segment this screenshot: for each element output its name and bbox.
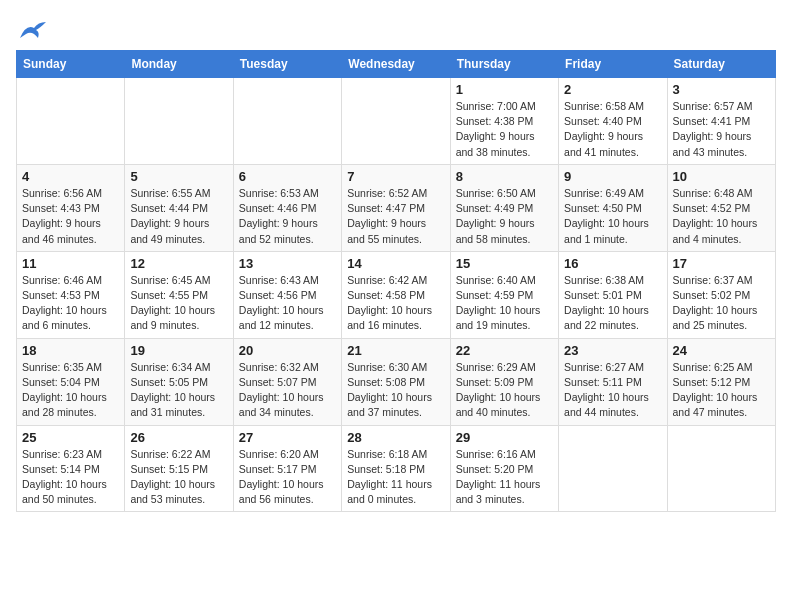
calendar-cell	[17, 78, 125, 165]
day-info: Sunrise: 6:29 AM Sunset: 5:09 PM Dayligh…	[456, 360, 553, 421]
calendar-cell: 2Sunrise: 6:58 AM Sunset: 4:40 PM Daylig…	[559, 78, 667, 165]
day-info: Sunrise: 6:53 AM Sunset: 4:46 PM Dayligh…	[239, 186, 336, 247]
calendar-cell	[125, 78, 233, 165]
calendar-cell	[233, 78, 341, 165]
day-number: 7	[347, 169, 444, 184]
calendar-cell: 24Sunrise: 6:25 AM Sunset: 5:12 PM Dayli…	[667, 338, 775, 425]
calendar-header-row: SundayMondayTuesdayWednesdayThursdayFrid…	[17, 51, 776, 78]
day-info: Sunrise: 6:48 AM Sunset: 4:52 PM Dayligh…	[673, 186, 770, 247]
calendar-header-sunday: Sunday	[17, 51, 125, 78]
calendar-cell: 20Sunrise: 6:32 AM Sunset: 5:07 PM Dayli…	[233, 338, 341, 425]
day-info: Sunrise: 7:00 AM Sunset: 4:38 PM Dayligh…	[456, 99, 553, 160]
day-number: 11	[22, 256, 119, 271]
day-number: 8	[456, 169, 553, 184]
day-number: 25	[22, 430, 119, 445]
calendar-cell: 6Sunrise: 6:53 AM Sunset: 4:46 PM Daylig…	[233, 164, 341, 251]
day-number: 4	[22, 169, 119, 184]
day-number: 27	[239, 430, 336, 445]
calendar-cell: 10Sunrise: 6:48 AM Sunset: 4:52 PM Dayli…	[667, 164, 775, 251]
calendar-cell: 22Sunrise: 6:29 AM Sunset: 5:09 PM Dayli…	[450, 338, 558, 425]
calendar-cell: 21Sunrise: 6:30 AM Sunset: 5:08 PM Dayli…	[342, 338, 450, 425]
header	[16, 16, 776, 42]
calendar-cell: 16Sunrise: 6:38 AM Sunset: 5:01 PM Dayli…	[559, 251, 667, 338]
day-number: 17	[673, 256, 770, 271]
day-number: 9	[564, 169, 661, 184]
calendar-week-row: 18Sunrise: 6:35 AM Sunset: 5:04 PM Dayli…	[17, 338, 776, 425]
day-info: Sunrise: 6:23 AM Sunset: 5:14 PM Dayligh…	[22, 447, 119, 508]
day-info: Sunrise: 6:18 AM Sunset: 5:18 PM Dayligh…	[347, 447, 444, 508]
day-info: Sunrise: 6:32 AM Sunset: 5:07 PM Dayligh…	[239, 360, 336, 421]
calendar-cell: 8Sunrise: 6:50 AM Sunset: 4:49 PM Daylig…	[450, 164, 558, 251]
day-number: 13	[239, 256, 336, 271]
day-info: Sunrise: 6:22 AM Sunset: 5:15 PM Dayligh…	[130, 447, 227, 508]
day-info: Sunrise: 6:50 AM Sunset: 4:49 PM Dayligh…	[456, 186, 553, 247]
day-info: Sunrise: 6:46 AM Sunset: 4:53 PM Dayligh…	[22, 273, 119, 334]
day-number: 3	[673, 82, 770, 97]
calendar-header-saturday: Saturday	[667, 51, 775, 78]
day-number: 12	[130, 256, 227, 271]
day-info: Sunrise: 6:30 AM Sunset: 5:08 PM Dayligh…	[347, 360, 444, 421]
day-info: Sunrise: 6:42 AM Sunset: 4:58 PM Dayligh…	[347, 273, 444, 334]
calendar-cell: 25Sunrise: 6:23 AM Sunset: 5:14 PM Dayli…	[17, 425, 125, 512]
calendar-cell	[342, 78, 450, 165]
day-info: Sunrise: 6:34 AM Sunset: 5:05 PM Dayligh…	[130, 360, 227, 421]
day-number: 24	[673, 343, 770, 358]
day-info: Sunrise: 6:45 AM Sunset: 4:55 PM Dayligh…	[130, 273, 227, 334]
logo	[16, 20, 46, 42]
day-info: Sunrise: 6:55 AM Sunset: 4:44 PM Dayligh…	[130, 186, 227, 247]
day-info: Sunrise: 6:25 AM Sunset: 5:12 PM Dayligh…	[673, 360, 770, 421]
calendar-cell: 9Sunrise: 6:49 AM Sunset: 4:50 PM Daylig…	[559, 164, 667, 251]
calendar-cell: 14Sunrise: 6:42 AM Sunset: 4:58 PM Dayli…	[342, 251, 450, 338]
calendar-cell	[559, 425, 667, 512]
calendar-header-monday: Monday	[125, 51, 233, 78]
day-number: 18	[22, 343, 119, 358]
day-number: 15	[456, 256, 553, 271]
calendar-cell: 15Sunrise: 6:40 AM Sunset: 4:59 PM Dayli…	[450, 251, 558, 338]
calendar-cell	[667, 425, 775, 512]
calendar-cell: 3Sunrise: 6:57 AM Sunset: 4:41 PM Daylig…	[667, 78, 775, 165]
day-info: Sunrise: 6:49 AM Sunset: 4:50 PM Dayligh…	[564, 186, 661, 247]
calendar-cell: 7Sunrise: 6:52 AM Sunset: 4:47 PM Daylig…	[342, 164, 450, 251]
day-info: Sunrise: 6:56 AM Sunset: 4:43 PM Dayligh…	[22, 186, 119, 247]
calendar-cell: 11Sunrise: 6:46 AM Sunset: 4:53 PM Dayli…	[17, 251, 125, 338]
day-info: Sunrise: 6:35 AM Sunset: 5:04 PM Dayligh…	[22, 360, 119, 421]
calendar-header-tuesday: Tuesday	[233, 51, 341, 78]
day-info: Sunrise: 6:52 AM Sunset: 4:47 PM Dayligh…	[347, 186, 444, 247]
day-number: 2	[564, 82, 661, 97]
day-number: 16	[564, 256, 661, 271]
day-number: 19	[130, 343, 227, 358]
calendar-week-row: 25Sunrise: 6:23 AM Sunset: 5:14 PM Dayli…	[17, 425, 776, 512]
calendar-header-friday: Friday	[559, 51, 667, 78]
day-info: Sunrise: 6:40 AM Sunset: 4:59 PM Dayligh…	[456, 273, 553, 334]
day-number: 5	[130, 169, 227, 184]
calendar-cell: 28Sunrise: 6:18 AM Sunset: 5:18 PM Dayli…	[342, 425, 450, 512]
day-info: Sunrise: 6:37 AM Sunset: 5:02 PM Dayligh…	[673, 273, 770, 334]
day-number: 26	[130, 430, 227, 445]
calendar-cell: 26Sunrise: 6:22 AM Sunset: 5:15 PM Dayli…	[125, 425, 233, 512]
day-info: Sunrise: 6:58 AM Sunset: 4:40 PM Dayligh…	[564, 99, 661, 160]
calendar-cell: 17Sunrise: 6:37 AM Sunset: 5:02 PM Dayli…	[667, 251, 775, 338]
day-number: 21	[347, 343, 444, 358]
calendar-cell: 23Sunrise: 6:27 AM Sunset: 5:11 PM Dayli…	[559, 338, 667, 425]
calendar-week-row: 11Sunrise: 6:46 AM Sunset: 4:53 PM Dayli…	[17, 251, 776, 338]
day-number: 1	[456, 82, 553, 97]
day-number: 10	[673, 169, 770, 184]
day-number: 20	[239, 343, 336, 358]
day-number: 22	[456, 343, 553, 358]
calendar-table: SundayMondayTuesdayWednesdayThursdayFrid…	[16, 50, 776, 512]
calendar-header-wednesday: Wednesday	[342, 51, 450, 78]
day-info: Sunrise: 6:38 AM Sunset: 5:01 PM Dayligh…	[564, 273, 661, 334]
day-info: Sunrise: 6:43 AM Sunset: 4:56 PM Dayligh…	[239, 273, 336, 334]
calendar-header-thursday: Thursday	[450, 51, 558, 78]
calendar-cell: 5Sunrise: 6:55 AM Sunset: 4:44 PM Daylig…	[125, 164, 233, 251]
calendar-cell: 18Sunrise: 6:35 AM Sunset: 5:04 PM Dayli…	[17, 338, 125, 425]
calendar-week-row: 4Sunrise: 6:56 AM Sunset: 4:43 PM Daylig…	[17, 164, 776, 251]
day-number: 28	[347, 430, 444, 445]
day-info: Sunrise: 6:27 AM Sunset: 5:11 PM Dayligh…	[564, 360, 661, 421]
calendar-cell: 4Sunrise: 6:56 AM Sunset: 4:43 PM Daylig…	[17, 164, 125, 251]
logo-bird-icon	[18, 20, 46, 42]
day-number: 29	[456, 430, 553, 445]
calendar-cell: 29Sunrise: 6:16 AM Sunset: 5:20 PM Dayli…	[450, 425, 558, 512]
day-number: 6	[239, 169, 336, 184]
calendar-cell: 12Sunrise: 6:45 AM Sunset: 4:55 PM Dayli…	[125, 251, 233, 338]
